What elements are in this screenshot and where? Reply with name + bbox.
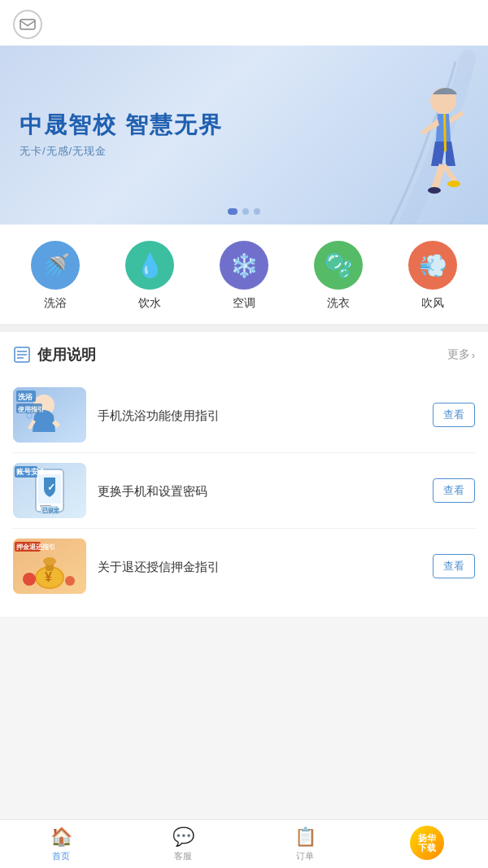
laundry-label: 洗衣 xyxy=(327,296,350,311)
svg-text:账号安全: 账号安全 xyxy=(16,467,46,476)
dryer-icon: 💨 xyxy=(408,241,457,290)
instr-content-account: 更换手机和设置密码 xyxy=(98,482,421,499)
dot-1 xyxy=(228,208,237,215)
action-ac[interactable]: ❄️ 空调 xyxy=(220,241,268,311)
svg-text:押金退还指引: 押金退还指引 xyxy=(15,543,55,551)
banner-subtitle: 无卡/无感/无现金 xyxy=(20,144,468,159)
instruction-item-account: ✓ 账号安全 已设定 更换手机和设置密码 查看 xyxy=(13,453,475,529)
action-bath[interactable]: 🚿 洗浴 xyxy=(31,241,80,311)
thumb-account: ✓ 账号安全 已设定 xyxy=(13,463,86,518)
section-header: 使用说明 更多 › xyxy=(13,345,475,364)
instruction-item-deposit: ¥ 押金退还指引 关于退还授信押金指引 查看 xyxy=(13,529,475,604)
view-btn-deposit[interactable]: 查看 xyxy=(433,554,475,578)
nav-profile[interactable]: 扬华下载 xyxy=(366,820,488,868)
dot-2 xyxy=(242,208,249,215)
ac-label: 空调 xyxy=(233,296,255,311)
svg-point-2 xyxy=(428,187,441,194)
nav-spacer xyxy=(0,617,488,674)
more-label: 更多 xyxy=(447,347,470,362)
svg-text:✓: ✓ xyxy=(47,482,55,493)
nav-home-label: 首页 xyxy=(52,850,70,862)
watermark-text: 扬华下载 xyxy=(418,833,436,853)
top-bar xyxy=(0,0,488,46)
svg-text:已设定: 已设定 xyxy=(42,507,59,514)
svg-rect-0 xyxy=(20,20,35,29)
svg-point-30 xyxy=(43,557,56,565)
nav-service-label: 客服 xyxy=(174,850,192,862)
svg-text:¥: ¥ xyxy=(45,570,52,584)
banner-dots xyxy=(228,208,260,215)
nav-home[interactable]: 🏠 首页 xyxy=(0,820,122,868)
nav-order[interactable]: 📋 订单 xyxy=(244,820,366,868)
svg-text:使用指引: 使用指引 xyxy=(17,406,44,413)
thumb-deposit: ¥ 押金退还指引 xyxy=(13,539,86,594)
section-title: 使用说明 xyxy=(37,345,96,364)
ac-icon: ❄️ xyxy=(220,241,268,290)
banner-title: 中晟智校 智慧无界 xyxy=(20,111,468,139)
svg-point-3 xyxy=(447,181,460,187)
view-btn-account[interactable]: 查看 xyxy=(433,478,475,503)
action-dryer[interactable]: 💨 吹风 xyxy=(408,241,457,311)
laundry-icon: 🫧 xyxy=(314,241,363,290)
action-water[interactable]: 💧 饮水 xyxy=(125,241,174,311)
home-icon: 🏠 xyxy=(50,827,72,848)
instr-content-bath: 手机洗浴功能使用指引 xyxy=(98,407,421,424)
mail-button[interactable] xyxy=(13,10,42,39)
dot-3 xyxy=(254,208,260,215)
svg-point-32 xyxy=(65,576,75,586)
bath-icon: 🚿 xyxy=(31,241,80,290)
divider xyxy=(0,324,488,332)
bottom-nav: 🏠 首页 💬 客服 📋 订单 扬华下载 xyxy=(0,819,488,868)
water-icon: 💧 xyxy=(125,241,174,290)
bath-label: 洗浴 xyxy=(44,296,67,311)
nav-order-label: 订单 xyxy=(296,850,314,862)
order-icon: 📋 xyxy=(294,827,316,848)
service-icon: 💬 xyxy=(172,827,194,848)
dryer-label: 吹风 xyxy=(421,296,444,311)
water-label: 饮水 xyxy=(138,296,161,311)
instructions-section: 使用说明 更多 › xyxy=(0,332,488,617)
view-btn-bath[interactable]: 查看 xyxy=(433,403,475,427)
svg-text:洗浴: 洗浴 xyxy=(18,393,33,401)
action-laundry[interactable]: 🫧 洗衣 xyxy=(314,241,363,311)
instructions-icon xyxy=(13,346,31,364)
quick-actions: 🚿 洗浴 💧 饮水 ❄️ 空调 🫧 洗衣 💨 吹风 xyxy=(0,225,488,324)
banner: 中晟智校 智慧无界 无卡/无感/无现金 xyxy=(0,46,488,225)
banner-text: 中晟智校 智慧无界 无卡/无感/无现金 xyxy=(20,111,468,159)
section-title-wrap: 使用说明 xyxy=(13,345,96,364)
nav-service[interactable]: 💬 客服 xyxy=(122,820,244,868)
thumb-bath: 洗浴 使用指引 xyxy=(13,387,86,443)
instruction-item-bath: 洗浴 使用指引 手机洗浴功能使用指引 查看 xyxy=(13,377,475,453)
instr-content-deposit: 关于退还授信押金指引 xyxy=(98,558,421,575)
chevron-right-icon: › xyxy=(472,349,475,361)
more-link[interactable]: 更多 › xyxy=(447,347,475,362)
svg-point-31 xyxy=(23,573,36,586)
